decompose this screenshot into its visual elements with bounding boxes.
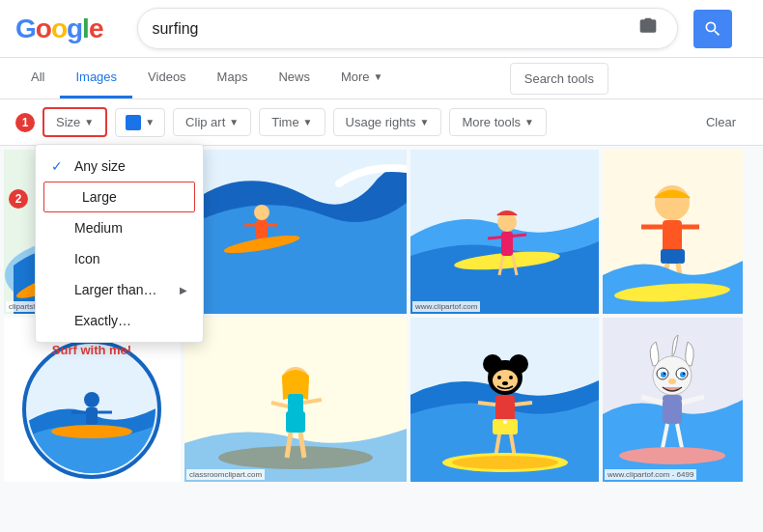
svg-rect-72 — [663, 395, 682, 424]
svg-text:Surf with me!: Surf with me! — [52, 343, 131, 357]
usage-rights-filter-button[interactable]: Usage rights ▼ — [333, 108, 442, 136]
svg-point-56 — [503, 420, 507, 424]
svg-point-51 — [497, 376, 501, 379]
more-chevron-icon: ▼ — [374, 71, 383, 82]
image-url-label: www.clipartof.com - 6499 — [605, 469, 696, 480]
tab-images[interactable]: Images — [60, 58, 132, 98]
header: Google — [0, 0, 763, 58]
tab-maps[interactable]: Maps — [202, 58, 264, 98]
svg-line-57 — [478, 403, 495, 405]
list-item[interactable] — [410, 318, 599, 482]
svg-point-35 — [51, 425, 132, 438]
svg-point-77 — [619, 447, 725, 464]
list-item[interactable] — [184, 150, 407, 314]
color-chevron-icon: ▼ — [145, 117, 155, 127]
svg-rect-43 — [286, 411, 305, 433]
size-option-icon[interactable]: Icon — [36, 243, 203, 274]
svg-line-58 — [515, 403, 532, 405]
tab-more[interactable]: More ▼ — [325, 58, 399, 98]
clipart-chevron-icon: ▼ — [229, 117, 239, 127]
tab-all[interactable]: All — [15, 58, 60, 98]
svg-point-52 — [509, 376, 513, 379]
time-filter-button[interactable]: Time ▼ — [259, 108, 325, 136]
size-filter-button[interactable]: Size ▼ — [42, 107, 107, 137]
clipart-filter-button[interactable]: Clip art ▼ — [173, 108, 251, 136]
camera-search-button[interactable] — [633, 14, 664, 42]
google-logo: Google — [15, 14, 102, 44]
size-option-large[interactable]: Large — [43, 182, 195, 212]
svg-point-62 — [452, 456, 558, 469]
size-dropdown: 2 ✓ Any size Large Medium Icon Larger th… — [35, 144, 204, 343]
clear-button[interactable]: Clear — [694, 109, 748, 135]
list-item[interactable] — [603, 150, 743, 314]
usage-rights-chevron-icon: ▼ — [420, 117, 430, 127]
color-swatch — [126, 115, 141, 130]
nav-tabs: All Images Videos Maps News More ▼ Searc… — [0, 58, 763, 99]
more-tools-filter-button[interactable]: More tools ▼ — [449, 108, 547, 136]
size-option-exactly[interactable]: Exactly… — [36, 305, 203, 336]
svg-point-68 — [680, 372, 686, 378]
image-url-label: www.clipartof.com — [412, 301, 480, 312]
search-icon — [703, 19, 722, 39]
svg-rect-40 — [288, 394, 303, 413]
filter-bar: 1 Size ▼ ▼ Clip art ▼ Time ▼ Usage right… — [0, 99, 763, 146]
svg-point-32 — [84, 392, 99, 407]
svg-point-50 — [493, 370, 518, 391]
svg-point-70 — [683, 373, 685, 375]
more-tools-chevron-icon: ▼ — [524, 117, 534, 127]
camera-icon — [638, 16, 658, 36]
size-option-any[interactable]: ✓ Any size — [36, 151, 203, 182]
list-item[interactable]: www.clipartof.com — [410, 150, 599, 314]
list-item[interactable]: www.clipartof.com - 6499 — [603, 318, 743, 482]
svg-point-71 — [668, 378, 676, 384]
size-option-medium[interactable]: Medium — [36, 212, 203, 243]
svg-point-9 — [254, 205, 269, 220]
svg-rect-54 — [495, 395, 515, 422]
size-chevron-icon: ▼ — [84, 117, 94, 127]
svg-rect-33 — [86, 407, 98, 425]
list-item[interactable]: classroomclipart.com — [184, 318, 407, 482]
svg-point-53 — [502, 381, 508, 385]
search-input[interactable] — [152, 20, 633, 38]
search-tools-button[interactable]: Search tools — [510, 63, 608, 95]
tab-videos[interactable]: Videos — [132, 58, 202, 98]
svg-rect-25 — [661, 249, 685, 264]
time-chevron-icon: ▼ — [303, 117, 313, 127]
google-search-button[interactable] — [693, 10, 732, 48]
step2-badge: 2 — [9, 189, 28, 209]
svg-point-67 — [661, 372, 666, 378]
arrow-right-icon: ▶ — [180, 285, 187, 295]
svg-point-69 — [664, 373, 665, 375]
svg-rect-10 — [256, 220, 268, 239]
color-filter-button[interactable]: ▼ — [115, 108, 165, 137]
step1-badge: 1 — [15, 113, 35, 132]
checkmark-icon: ✓ — [51, 158, 67, 174]
tab-news[interactable]: News — [263, 58, 325, 98]
size-option-larger[interactable]: Larger than… ▶ — [36, 274, 203, 305]
search-bar — [137, 8, 678, 49]
image-url-label: classroomclipart.com — [186, 469, 265, 480]
